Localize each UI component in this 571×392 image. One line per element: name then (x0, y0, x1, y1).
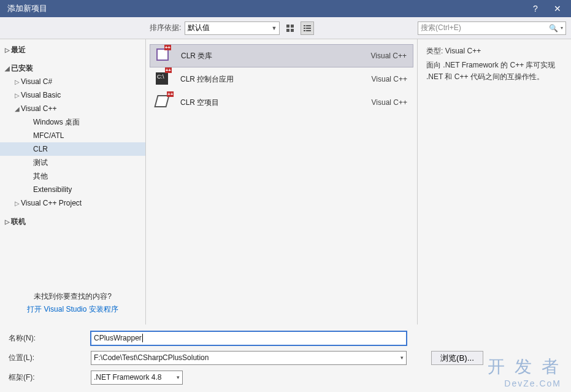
view-large-icons-button[interactable] (283, 21, 297, 35)
tree-label: 测试 (33, 158, 48, 168)
help-button[interactable]: ? (524, 0, 546, 17)
tree-vcpp[interactable]: ◢Visual C++ (0, 102, 145, 115)
search-placeholder: 搜索(Ctrl+E) (421, 23, 549, 33)
chevron-right-icon: ▷ (4, 47, 11, 53)
search-icon: 🔍 (549, 24, 558, 33)
console-icon: C:\ (156, 72, 171, 86)
type-label: 类型: (426, 47, 443, 55)
template-lang: Visual C++ (372, 98, 407, 107)
template-list: CLR 类库 Visual C++ C:\ CLR 控制台应用 Visual C… (146, 39, 418, 325)
search-input[interactable]: 搜索(Ctrl+E) 🔍 ▾ (418, 21, 566, 35)
chevron-down-icon: ▼ (271, 25, 277, 31)
framework-label: 框架(F): (9, 372, 91, 383)
name-label: 名称(N): (9, 333, 91, 344)
location-value: F:\Code\Test\CSharpCPlusSolution (94, 353, 209, 362)
browse-button[interactable]: 浏览(B)... (431, 351, 483, 365)
grid-icon (286, 24, 294, 33)
template-lang: Visual C++ (371, 52, 407, 60)
tree-csharp[interactable]: ▷Visual C# (0, 75, 145, 88)
tree-label: 其他 (33, 171, 48, 182)
category-tree: ▷最近 ◢已安装 ▷Visual C# ▷Visual Basic ◢Visua… (0, 39, 145, 285)
location-row: 位置(L): F:\Code\Test\CSharpCPlusSolution … (9, 349, 564, 366)
tree-online[interactable]: ▷联机 (0, 215, 145, 228)
tree-vb[interactable]: ▷Visual Basic (0, 88, 145, 102)
framework-select[interactable]: .NET Framework 4.8 ▾ (91, 371, 183, 385)
tree-installed[interactable]: ◢已安装 (0, 61, 145, 75)
tree-label: Visual C# (21, 77, 52, 86)
chevron-right-icon: ▷ (4, 218, 11, 225)
tree-recent[interactable]: ▷最近 (0, 43, 145, 56)
template-clr-console[interactable]: C:\ CLR 控制台应用 Visual C++ (150, 67, 413, 91)
tree-windows-desktop[interactable]: Windows 桌面 (0, 115, 145, 129)
name-value: CPlusWrapper (94, 334, 142, 342)
template-name: CLR 控制台应用 (180, 74, 362, 85)
open-installer-link[interactable]: 打开 Visual Studio 安装程序 (7, 304, 138, 315)
framework-value: .NET Framework 4.8 (94, 373, 161, 382)
svg-rect-4 (304, 25, 305, 26)
list-icon (303, 24, 312, 33)
svg-rect-9 (306, 30, 311, 31)
not-found-text: 未找到你要查找的内容? (7, 291, 138, 302)
location-input[interactable]: F:\Code\Test\CSharpCPlusSolution ▾ (91, 351, 407, 365)
svg-rect-3 (291, 29, 294, 32)
main-area: ▷最近 ◢已安装 ▷Visual C# ▷Visual Basic ◢Visua… (0, 39, 571, 325)
view-list-button[interactable] (301, 21, 314, 35)
tree-label: 已安装 (11, 63, 33, 74)
text-cursor (142, 334, 143, 342)
tree-other[interactable]: 其他 (0, 169, 145, 183)
tree-extensibility[interactable]: Extensibility (0, 183, 145, 196)
details-description: 面向 .NET Framework 的 C++ 库可实现 .NET 和 C++ … (426, 60, 562, 83)
title-bar: 添加新项目 ? ✕ (0, 0, 571, 17)
details-panel: 类型: Visual C++ 面向 .NET Framework 的 C++ 库… (418, 39, 571, 325)
svg-rect-0 (286, 25, 289, 28)
tree-label: Visual C++ Project (21, 199, 82, 207)
tree-label: CLR (33, 145, 48, 153)
chevron-right-icon: ▷ (13, 92, 21, 99)
location-label: 位置(L): (9, 353, 91, 363)
tree-label: Windows 桌面 (33, 117, 80, 128)
chevron-down-icon: ▾ (177, 374, 180, 380)
name-row: 名称(N): CPlusWrapper (9, 329, 564, 347)
sort-value: 默认值 (188, 23, 210, 33)
chevron-down-icon: ◢ (13, 106, 21, 112)
template-clr-classlib[interactable]: CLR 类库 Visual C++ (150, 44, 413, 67)
window-title: 添加新项目 (7, 3, 524, 14)
chevron-down-icon: ◢ (4, 65, 11, 72)
tree-label: 最近 (11, 45, 26, 55)
close-button[interactable]: ✕ (546, 0, 569, 17)
bottom-form: 名称(N): CPlusWrapper 位置(L): F:\Code\Test\… (0, 325, 571, 386)
name-input[interactable]: CPlusWrapper (91, 331, 407, 345)
classlib-icon (156, 48, 171, 63)
tree-label: Visual Basic (21, 91, 61, 99)
sort-select[interactable]: 默认值 ▼ (185, 21, 280, 35)
tree-mfc-atl[interactable]: MFC/ATL (0, 129, 145, 142)
chevron-right-icon: ▷ (13, 79, 21, 85)
sidebar-footer: 未找到你要查找的内容? 打开 Visual Studio 安装程序 (0, 285, 145, 325)
template-clr-empty[interactable]: CLR 空项目 Visual C++ (150, 91, 413, 114)
toolbar-right: 搜索(Ctrl+E) 🔍 ▾ (418, 21, 571, 35)
details-type-row: 类型: Visual C++ (426, 45, 562, 57)
svg-rect-8 (304, 30, 305, 31)
tree-test[interactable]: 测试 (0, 156, 145, 169)
content-area: CLR 类库 Visual C++ C:\ CLR 控制台应用 Visual C… (146, 39, 571, 325)
toolbar: 排序依据: 默认值 ▼ 搜索(Ctrl+E) 🔍 ▾ (0, 17, 571, 39)
svg-rect-1 (291, 25, 294, 28)
chevron-right-icon: ▷ (13, 200, 21, 207)
tree-label: MFC/ATL (33, 131, 64, 140)
tree-label: Extensibility (33, 185, 72, 194)
sidebar: ▷最近 ◢已安装 ▷Visual C# ▷Visual Basic ◢Visua… (0, 39, 146, 325)
tree-clr[interactable]: CLR (0, 142, 145, 156)
tree-label: 联机 (11, 217, 26, 227)
svg-rect-2 (286, 29, 289, 32)
type-value: Visual C++ (445, 47, 481, 55)
toolbar-mid: 排序依据: 默认值 ▼ (146, 21, 418, 35)
template-name: CLR 空项目 (180, 98, 362, 108)
empty-project-icon (156, 95, 171, 110)
template-lang: Visual C++ (372, 75, 407, 83)
chevron-down-icon: ▾ (400, 355, 404, 361)
svg-rect-6 (304, 28, 305, 29)
sort-label: 排序依据: (150, 23, 181, 33)
tree-vcpp-project[interactable]: ▷Visual C++ Project (0, 196, 145, 210)
svg-rect-7 (306, 28, 311, 29)
tree-label: Visual C++ (21, 104, 56, 113)
